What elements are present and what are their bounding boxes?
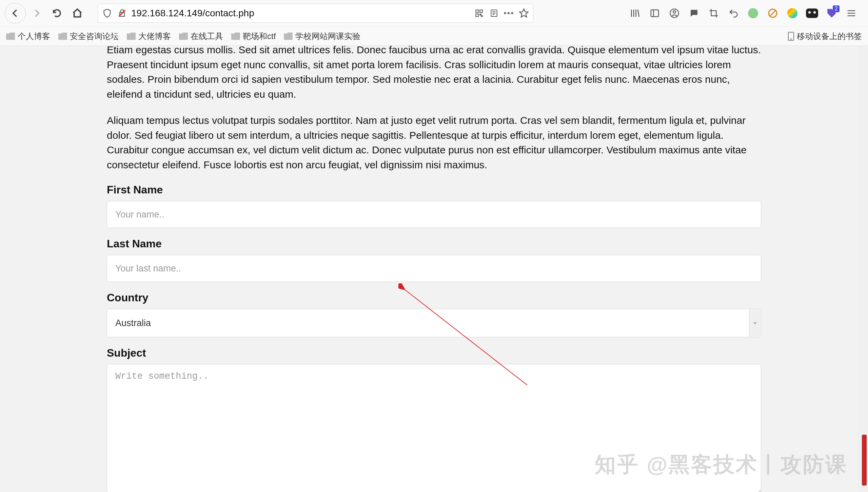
bookmark-folder[interactable]: 在线工具 <box>179 31 223 42</box>
subject-label: Subject <box>107 347 761 359</box>
svg-rect-6 <box>481 16 482 17</box>
page-content: Etiam egestas cursus mollis. Sed sit ame… <box>107 46 761 492</box>
bookmark-folder[interactable]: 大佬博客 <box>127 31 171 42</box>
page-actions-icon[interactable]: ••• <box>503 7 515 19</box>
chat-icon[interactable] <box>686 5 703 22</box>
bookmark-star-icon[interactable] <box>518 7 530 19</box>
account-icon[interactable] <box>666 5 683 22</box>
first-name-input[interactable] <box>107 201 761 228</box>
svg-point-18 <box>673 11 676 14</box>
folder-icon <box>179 33 188 40</box>
page-viewport: Etiam egestas cursus mollis. Sed sit ame… <box>0 46 868 492</box>
last-name-input[interactable] <box>107 255 761 282</box>
reader-icon[interactable] <box>488 7 500 19</box>
country-label: Country <box>107 291 761 304</box>
hamburger-menu-icon[interactable] <box>843 5 860 22</box>
mobile-bookmarks[interactable]: 移动设备上的书签 <box>788 31 862 42</box>
bookmarks-bar: 个人博客 安全咨询论坛 大佬博客 在线工具 靶场和ctf 学校网站网课实验 移动… <box>0 26 868 45</box>
url-bar[interactable]: 192.168.124.149/contact.php ••• <box>98 4 533 23</box>
svg-rect-15 <box>651 10 659 17</box>
svg-rect-2 <box>476 10 478 13</box>
ext-green-dot-icon[interactable] <box>745 5 762 22</box>
ext-rainbow-icon[interactable] <box>784 5 801 22</box>
folder-icon <box>284 33 293 40</box>
folder-icon <box>127 33 136 40</box>
svg-line-14 <box>638 10 639 17</box>
back-button[interactable] <box>5 3 26 24</box>
bookmark-label: 移动设备上的书签 <box>797 31 862 42</box>
bookmark-folder[interactable]: 个人博客 <box>6 31 50 42</box>
first-name-label: First Name <box>107 184 761 196</box>
crop-icon[interactable] <box>705 5 722 22</box>
forward-button[interactable] <box>27 4 46 23</box>
home-button[interactable] <box>68 4 87 23</box>
insecure-icon <box>116 7 128 19</box>
url-right-icons: ••• <box>473 7 530 19</box>
reload-button[interactable] <box>47 4 66 23</box>
mobile-icon <box>788 32 794 41</box>
scrollbar-thumb[interactable] <box>862 435 867 486</box>
svg-rect-4 <box>476 14 478 17</box>
svg-rect-5 <box>480 14 481 15</box>
ext-badge: 2 <box>833 5 840 12</box>
last-name-label: Last Name <box>107 238 761 250</box>
bookmark-label: 安全咨询论坛 <box>70 31 119 42</box>
svg-line-20 <box>770 10 776 17</box>
country-select[interactable]: Australia <box>107 309 761 337</box>
bookmark-folder[interactable]: 靶场和ctf <box>231 31 276 42</box>
ext-noentry-icon[interactable] <box>764 5 781 22</box>
bookmark-label: 个人博客 <box>18 31 50 42</box>
folder-icon <box>58 33 67 40</box>
scrollbar-track[interactable] <box>858 46 868 492</box>
paragraph: Etiam egestas cursus mollis. Sed sit ame… <box>107 46 761 101</box>
library-icon[interactable] <box>627 5 644 22</box>
toolbar-right: 2 <box>627 5 863 22</box>
svg-rect-3 <box>480 10 482 13</box>
select-chevron-icon[interactable] <box>749 309 761 337</box>
qr-icon[interactable] <box>473 7 485 19</box>
undo-icon[interactable] <box>725 5 742 22</box>
country-select-wrap: Australia <box>107 309 761 337</box>
bookmark-folder[interactable]: 学校网站网课实验 <box>284 31 360 42</box>
folder-icon <box>231 33 240 40</box>
paragraph: Aliquam tempus lectus volutpat turpis so… <box>107 113 761 172</box>
bookmark-label: 靶场和ctf <box>243 31 276 42</box>
bookmark-label: 在线工具 <box>191 31 223 42</box>
bookmark-label: 学校网站网课实验 <box>295 31 360 42</box>
sidebar-icon[interactable] <box>646 5 663 22</box>
url-text[interactable]: 192.168.124.149/contact.php <box>131 8 470 19</box>
bookmark-label: 大佬博客 <box>138 31 171 42</box>
watermark: 知乎 @黑客技术丨攻防课 <box>595 450 848 479</box>
ext-face-icon[interactable] <box>804 5 821 22</box>
ext-tag-icon[interactable]: 2 <box>823 5 840 22</box>
browser-chrome: 192.168.124.149/contact.php ••• <box>0 0 868 46</box>
folder-icon <box>6 33 15 40</box>
shield-icon <box>101 7 113 19</box>
nav-row: 192.168.124.149/contact.php ••• <box>0 0 868 26</box>
bookmark-folder[interactable]: 安全咨询论坛 <box>58 31 119 42</box>
